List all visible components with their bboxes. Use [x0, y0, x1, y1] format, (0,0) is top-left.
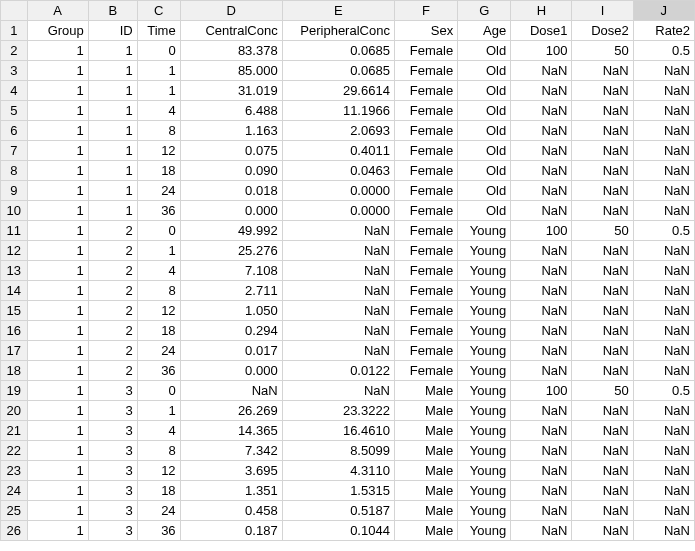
- cell-E19[interactable]: NaN: [282, 381, 394, 401]
- cell-C9[interactable]: 24: [137, 181, 180, 201]
- cell-F15[interactable]: Female: [394, 301, 457, 321]
- cell-F10[interactable]: Female: [394, 201, 457, 221]
- cell-I10[interactable]: NaN: [572, 201, 633, 221]
- cell-B23[interactable]: 3: [88, 461, 137, 481]
- cell-J26[interactable]: NaN: [633, 521, 694, 541]
- cell-A12[interactable]: 1: [27, 241, 88, 261]
- cell-H26[interactable]: NaN: [511, 521, 572, 541]
- row-number[interactable]: 14: [1, 281, 28, 301]
- cell-E17[interactable]: NaN: [282, 341, 394, 361]
- cell-B20[interactable]: 3: [88, 401, 137, 421]
- cell-F3[interactable]: Female: [394, 61, 457, 81]
- cell-C8[interactable]: 18: [137, 161, 180, 181]
- cell-C20[interactable]: 1: [137, 401, 180, 421]
- cell-A9[interactable]: 1: [27, 181, 88, 201]
- cell-G7[interactable]: Old: [458, 141, 511, 161]
- cell-E23[interactable]: 4.3110: [282, 461, 394, 481]
- row-number[interactable]: 18: [1, 361, 28, 381]
- row-number[interactable]: 1: [1, 21, 28, 41]
- cell-D22[interactable]: 7.342: [180, 441, 282, 461]
- cell-F24[interactable]: Male: [394, 481, 457, 501]
- cell-J10[interactable]: NaN: [633, 201, 694, 221]
- cell-A4[interactable]: 1: [27, 81, 88, 101]
- cell-D23[interactable]: 3.695: [180, 461, 282, 481]
- cell-G3[interactable]: Old: [458, 61, 511, 81]
- cell-D6[interactable]: 1.163: [180, 121, 282, 141]
- cell-H19[interactable]: 100: [511, 381, 572, 401]
- cell-F22[interactable]: Male: [394, 441, 457, 461]
- cell-E20[interactable]: 23.3222: [282, 401, 394, 421]
- cell-E1[interactable]: PeripheralConc: [282, 21, 394, 41]
- cell-D25[interactable]: 0.458: [180, 501, 282, 521]
- row-number[interactable]: 17: [1, 341, 28, 361]
- cell-H11[interactable]: 100: [511, 221, 572, 241]
- cell-D13[interactable]: 7.108: [180, 261, 282, 281]
- cell-J9[interactable]: NaN: [633, 181, 694, 201]
- cell-E3[interactable]: 0.0685: [282, 61, 394, 81]
- cell-C17[interactable]: 24: [137, 341, 180, 361]
- cell-B13[interactable]: 2: [88, 261, 137, 281]
- cell-H16[interactable]: NaN: [511, 321, 572, 341]
- cell-B3[interactable]: 1: [88, 61, 137, 81]
- cell-B22[interactable]: 3: [88, 441, 137, 461]
- cell-B24[interactable]: 3: [88, 481, 137, 501]
- row-number[interactable]: 2: [1, 41, 28, 61]
- cell-J18[interactable]: NaN: [633, 361, 694, 381]
- cell-H2[interactable]: 100: [511, 41, 572, 61]
- cell-B1[interactable]: ID: [88, 21, 137, 41]
- col-header-C[interactable]: C: [137, 1, 180, 21]
- cell-J24[interactable]: NaN: [633, 481, 694, 501]
- cell-H7[interactable]: NaN: [511, 141, 572, 161]
- cell-I15[interactable]: NaN: [572, 301, 633, 321]
- cell-E14[interactable]: NaN: [282, 281, 394, 301]
- cell-I8[interactable]: NaN: [572, 161, 633, 181]
- cell-H15[interactable]: NaN: [511, 301, 572, 321]
- spreadsheet-grid[interactable]: A B C D E F G H I J 1GroupIDTimeCentralC…: [0, 0, 695, 541]
- cell-A3[interactable]: 1: [27, 61, 88, 81]
- cell-B26[interactable]: 3: [88, 521, 137, 541]
- cell-F12[interactable]: Female: [394, 241, 457, 261]
- cell-I13[interactable]: NaN: [572, 261, 633, 281]
- cell-I19[interactable]: 50: [572, 381, 633, 401]
- cell-J7[interactable]: NaN: [633, 141, 694, 161]
- cell-H24[interactable]: NaN: [511, 481, 572, 501]
- cell-F18[interactable]: Female: [394, 361, 457, 381]
- cell-G21[interactable]: Young: [458, 421, 511, 441]
- col-header-J[interactable]: J: [633, 1, 694, 21]
- cell-I5[interactable]: NaN: [572, 101, 633, 121]
- cell-G13[interactable]: Young: [458, 261, 511, 281]
- cell-H21[interactable]: NaN: [511, 421, 572, 441]
- select-all-corner[interactable]: [1, 1, 28, 21]
- row-number[interactable]: 3: [1, 61, 28, 81]
- row-number[interactable]: 11: [1, 221, 28, 241]
- cell-E6[interactable]: 2.0693: [282, 121, 394, 141]
- cell-G26[interactable]: Young: [458, 521, 511, 541]
- cell-D7[interactable]: 0.075: [180, 141, 282, 161]
- cell-I23[interactable]: NaN: [572, 461, 633, 481]
- col-header-A[interactable]: A: [27, 1, 88, 21]
- cell-F14[interactable]: Female: [394, 281, 457, 301]
- cell-B17[interactable]: 2: [88, 341, 137, 361]
- cell-A22[interactable]: 1: [27, 441, 88, 461]
- cell-A19[interactable]: 1: [27, 381, 88, 401]
- cell-H8[interactable]: NaN: [511, 161, 572, 181]
- cell-B5[interactable]: 1: [88, 101, 137, 121]
- cell-F19[interactable]: Male: [394, 381, 457, 401]
- cell-A1[interactable]: Group: [27, 21, 88, 41]
- cell-I18[interactable]: NaN: [572, 361, 633, 381]
- cell-I2[interactable]: 50: [572, 41, 633, 61]
- cell-A13[interactable]: 1: [27, 261, 88, 281]
- cell-D1[interactable]: CentralConc: [180, 21, 282, 41]
- cell-A20[interactable]: 1: [27, 401, 88, 421]
- row-number[interactable]: 4: [1, 81, 28, 101]
- cell-A25[interactable]: 1: [27, 501, 88, 521]
- cell-J12[interactable]: NaN: [633, 241, 694, 261]
- cell-J16[interactable]: NaN: [633, 321, 694, 341]
- cell-F25[interactable]: Male: [394, 501, 457, 521]
- cell-C23[interactable]: 12: [137, 461, 180, 481]
- cell-I7[interactable]: NaN: [572, 141, 633, 161]
- cell-C15[interactable]: 12: [137, 301, 180, 321]
- cell-A5[interactable]: 1: [27, 101, 88, 121]
- cell-A26[interactable]: 1: [27, 521, 88, 541]
- cell-C4[interactable]: 1: [137, 81, 180, 101]
